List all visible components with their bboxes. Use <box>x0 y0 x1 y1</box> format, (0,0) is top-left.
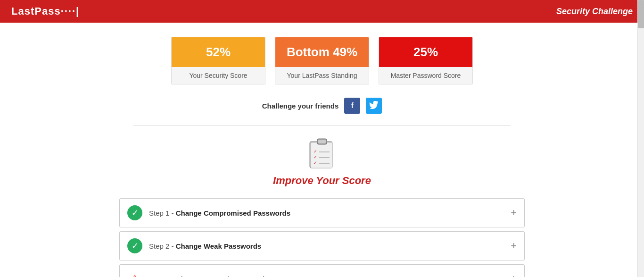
section-divider <box>133 125 511 126</box>
step-3-icon: ⚠ <box>127 271 142 277</box>
security-score-label: Your Security Score <box>172 67 265 84</box>
score-cards-row: 52% Your Security Score Bottom 49% Your … <box>171 37 473 84</box>
page-title: Security Challenge <box>556 7 633 17</box>
lastpass-standing-value: Bottom 49% <box>275 37 369 67</box>
security-score-value: 52% <box>172 37 265 67</box>
step-2-prefix: Step 2 - <box>149 242 176 250</box>
step-3-title: Change Reused Passwords <box>176 275 269 277</box>
improve-section: ✓ ✓ ✓ Improve Your Score <box>273 137 371 187</box>
logo-text: LastPass <box>11 5 61 17</box>
main-content: 52% Your Security Score Bottom 49% Your … <box>0 23 644 277</box>
step-1-row[interactable]: ✓ Step 1 - Change Compromised Passwords … <box>119 198 525 227</box>
step-3-row[interactable]: ⚠ Step 3 - Change Reused Passwords + <box>119 264 525 277</box>
step-2-expand-icon[interactable]: + <box>511 240 517 252</box>
step-1-icon: ✓ <box>127 205 142 220</box>
step-2-icon: ✓ <box>127 238 142 253</box>
master-password-card: 25% Master Password Score <box>379 37 473 84</box>
security-score-card: 52% Your Security Score <box>171 37 265 84</box>
step-2-title: Change Weak Passwords <box>176 242 261 250</box>
lastpass-standing-card: Bottom 49% Your LastPass Standing <box>275 37 369 84</box>
facebook-share-button[interactable]: f <box>344 98 360 114</box>
step-3-label: Step 3 - Change Reused Passwords <box>149 275 268 277</box>
step-1-expand-icon[interactable]: + <box>511 207 517 219</box>
svg-text:✓: ✓ <box>314 149 317 154</box>
app-logo: LastPass····| <box>11 5 80 17</box>
master-password-value: 25% <box>379 37 472 67</box>
step-1-title: Change Compromised Passwords <box>176 209 290 217</box>
challenge-friends-label: Challenge your friends <box>262 102 339 110</box>
app-header: LastPass····| Security Challenge <box>0 0 644 23</box>
scrollbar-thumb[interactable] <box>638 0 644 28</box>
step-3-expand-icon[interactable]: + <box>511 273 517 277</box>
improve-title: Improve Your Score <box>273 175 371 187</box>
twitter-icon <box>369 101 379 110</box>
step-2-label: Step 2 - Change Weak Passwords <box>149 242 261 250</box>
step-2-row[interactable]: ✓ Step 2 - Change Weak Passwords + <box>119 231 525 260</box>
clipboard-icon: ✓ ✓ ✓ <box>307 137 337 171</box>
scrollbar[interactable] <box>637 0 644 277</box>
challenge-friends-row: Challenge your friends f <box>262 98 382 114</box>
lastpass-standing-label: Your LastPass Standing <box>275 67 369 84</box>
step-3-prefix: Step 3 - <box>149 275 176 277</box>
svg-text:✓: ✓ <box>314 160 317 165</box>
svg-rect-3 <box>318 140 326 143</box>
svg-text:✓: ✓ <box>314 155 317 159</box>
logo-dots: ····| <box>61 5 80 17</box>
twitter-share-button[interactable] <box>366 98 382 114</box>
step-1-prefix: Step 1 - <box>149 209 176 217</box>
step-1-label: Step 1 - Change Compromised Passwords <box>149 209 290 217</box>
steps-container: ✓ Step 1 - Change Compromised Passwords … <box>119 198 525 277</box>
master-password-label: Master Password Score <box>379 67 472 84</box>
